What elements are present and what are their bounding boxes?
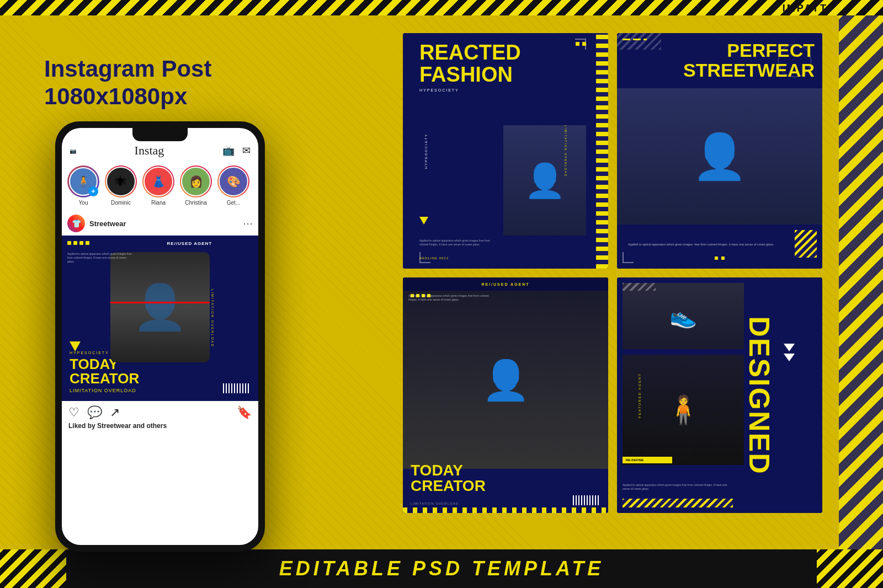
- stripe-top: [0, 0, 883, 15]
- post-image-area: 👤 LIMITATION OVERLOAD RE//USED AGENT App…: [62, 236, 258, 401]
- card-designed: 👟 🧍 DESIGNED RE-DEFINE Applied to optica…: [617, 277, 822, 513]
- notification-icon[interactable]: 📺: [222, 145, 235, 157]
- card2-bottom-dots: [715, 256, 725, 260]
- ig-header-icons: 📺 ✉: [222, 145, 251, 157]
- story-name-dominic: Dominic: [111, 200, 131, 206]
- post-author-avatar: 👕: [67, 215, 85, 232]
- triangle-marker: [70, 341, 81, 351]
- post-side-tag: LIMITATION OVERLOAD: [211, 289, 214, 348]
- card2-corner-bl: [623, 252, 634, 263]
- post-options[interactable]: ⋯: [243, 217, 253, 229]
- story-item-get[interactable]: 🎨 Get...: [217, 165, 249, 206]
- card2-headline: PERFECTSTREETWEAR: [683, 41, 815, 80]
- card4-figure-top: 👟: [623, 283, 744, 349]
- card1-description: Applied to optical apparatus which gives…: [419, 239, 497, 247]
- card1-top-dots: [576, 42, 586, 46]
- card2-top-stripe: [617, 33, 661, 50]
- card1-side-text: LIMITATION OVERLOAD: [564, 125, 567, 177]
- phone-mockup: 📷 Instag 📺 ✉ 🧍 + You: [55, 121, 265, 552]
- card3-description: Applied to optical apparatus which gives…: [408, 294, 491, 302]
- right-stripe-decoration: [839, 15, 883, 549]
- post-model-figure: 👤: [110, 252, 210, 362]
- card3-headline-text: TODAYCREATOR: [411, 463, 486, 494]
- phone-outer: 📷 Instag 📺 ✉ 🧍 + You: [55, 121, 265, 552]
- card4-yellow-box: RE-DEFINE: [623, 457, 672, 463]
- post-description: Applied to optical apparatus which gives…: [67, 252, 134, 264]
- ig-actions: ♡ 💬 ↗ 🔖: [62, 401, 258, 422]
- card4-description: Applied to optical apparatus which gives…: [623, 483, 733, 491]
- card1-headline: REACTEDFASHION: [419, 42, 521, 86]
- story-name-christina: Christina: [185, 200, 206, 206]
- card3-barcode: [573, 495, 600, 505]
- card3-bottom-stripe: [403, 507, 608, 513]
- story-name-you: You: [79, 200, 88, 206]
- story-item-christina[interactable]: 👩 Christina: [180, 165, 212, 206]
- card1-tag: REDLINE 0012: [419, 256, 449, 260]
- card3-top-bar: RE//USED AGENT: [403, 277, 608, 291]
- card2-description: Applied to optical apparatus which gives…: [628, 242, 789, 247]
- brand-logo: IMPATT: [783, 3, 828, 14]
- story-name-riana: Riana: [151, 200, 166, 206]
- story-item-you[interactable]: 🧍 + You: [67, 165, 99, 206]
- phone-notch: [132, 128, 188, 141]
- bottom-bar-text: EDITABLE PSD TEMPLATE: [279, 557, 604, 580]
- story-item-riana[interactable]: 👗 Riana: [142, 165, 174, 206]
- arrow-down-2: [784, 354, 795, 361]
- card-today-creator-bg: RE//USED AGENT 👤 Applied to optical appa…: [403, 277, 608, 513]
- card1-figure: 👤: [503, 125, 586, 236]
- story-name-get: Get...: [227, 200, 240, 206]
- card3-headline: TODAYCREATOR: [411, 463, 486, 494]
- card4-bottom-stripe: [623, 499, 733, 507]
- card1-headline-container: REACTEDFASHION HYPESOCIETY: [419, 42, 521, 92]
- story-item-dominic[interactable]: 🕷 Dominic: [105, 165, 137, 206]
- post-yellow-dots: [67, 241, 89, 245]
- card2-figure: 👤: [617, 88, 822, 224]
- like-icon[interactable]: ♡: [68, 405, 79, 420]
- card3-figure: 👤: [403, 291, 608, 469]
- card4-headline: DESIGNED: [743, 316, 776, 475]
- card1-stripe: [596, 33, 608, 269]
- phone-screen: 📷 Instag 📺 ✉ 🧍 + You: [62, 128, 258, 545]
- card4-top-stripe: [623, 283, 656, 291]
- arrow-down-1: [784, 344, 795, 351]
- ig-logo: Instag: [135, 143, 164, 158]
- share-icon[interactable]: ↗: [110, 405, 120, 420]
- card3-bottom-label: LIMITATION OVERLOAD: [411, 502, 459, 505]
- card4-arrows: [784, 344, 795, 361]
- card2-top-dashes: [623, 39, 647, 40]
- cards-grid: HYPESOCIETY LIMITATION OVERLOAD REACTEDF…: [403, 33, 822, 513]
- bottom-bar: EDITABLE PSD TEMPLATE: [0, 549, 883, 588]
- card2-right-stripes: [795, 230, 817, 258]
- card4-side-label: FEATURED AGENT: [638, 373, 641, 418]
- instagram-ui: 📷 Instag 📺 ✉ 🧍 + You: [62, 128, 258, 545]
- left-info: Instagram Post1080x1080px: [44, 55, 211, 111]
- card2-headline-container: PERFECTSTREETWEAR: [683, 41, 815, 80]
- ig-post-header: 👕 Streetwear ⋯: [62, 211, 258, 236]
- post-size-label: Instagram Post1080x1080px: [44, 55, 211, 111]
- card1-triangle: [419, 217, 428, 224]
- red-scan-line: [110, 302, 210, 303]
- save-icon[interactable]: 🔖: [237, 405, 252, 420]
- card1-label: HYPESOCIETY: [419, 88, 521, 92]
- send-icon[interactable]: ✉: [242, 145, 251, 157]
- card3-tag: RE//USED AGENT: [481, 282, 529, 286]
- comment-icon[interactable]: 💬: [87, 405, 102, 420]
- add-story-btn[interactable]: +: [88, 186, 98, 196]
- post-author-name: Streetwear: [89, 220, 238, 228]
- ig-likes-text: Liked by Streetwear and others: [62, 422, 258, 430]
- card1-vertical-label: HYPESOCIETY: [424, 133, 428, 169]
- card-reacted-fashion: HYPESOCIETY LIMITATION OVERLOAD REACTEDF…: [403, 33, 608, 269]
- post-re-used-tag: RE//USED AGENT: [121, 241, 258, 246]
- barcode: [223, 383, 251, 393]
- ig-stories: 🧍 + You 🕷 Dominic: [62, 162, 258, 211]
- card4-cta: RE-DEFINE: [626, 458, 669, 462]
- card-perfect-streetwear: PERFECTSTREETWEAR 👤 Applied to optical a…: [617, 33, 822, 269]
